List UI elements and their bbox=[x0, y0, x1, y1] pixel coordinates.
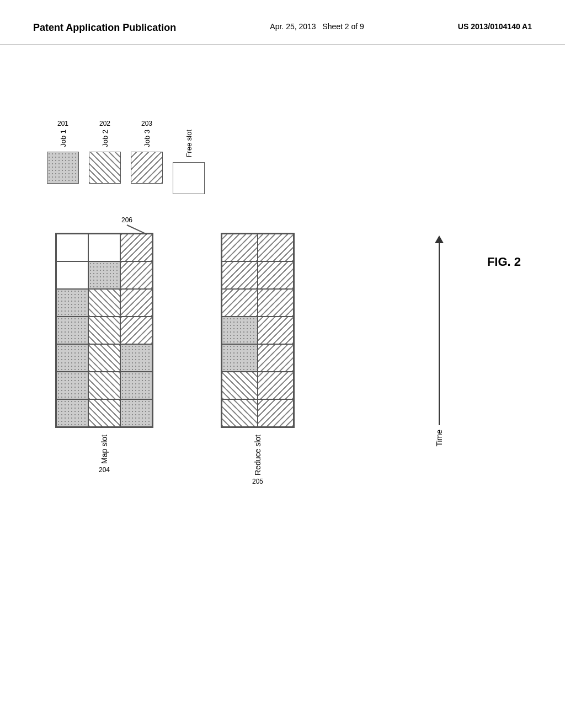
map-cell bbox=[56, 344, 88, 372]
reduce-ref-205: 205 bbox=[252, 478, 263, 485]
publication-date-sheet: Apr. 25, 2013 Sheet 2 of 9 bbox=[270, 22, 364, 31]
map-slot-grid bbox=[55, 233, 153, 428]
map-grid-container: 206 bbox=[55, 233, 153, 474]
time-arrow-shaft bbox=[439, 243, 440, 425]
reduce-cell bbox=[222, 399, 258, 427]
reduce-row-7 bbox=[222, 399, 294, 427]
reduce-cell bbox=[222, 372, 258, 399]
legend-ref-203: 203 bbox=[141, 120, 152, 127]
legend-box-job2 bbox=[89, 152, 121, 184]
legend-ref-201: 201 bbox=[57, 120, 68, 127]
reduce-row-5 bbox=[222, 344, 294, 372]
time-arrow-head bbox=[435, 235, 444, 243]
legend-ref-free bbox=[188, 120, 189, 127]
reduce-cell bbox=[258, 317, 294, 344]
reduce-cell bbox=[222, 261, 258, 289]
map-row-4 bbox=[56, 317, 152, 344]
map-cell bbox=[120, 372, 152, 399]
ref-206: 206 bbox=[121, 216, 132, 224]
publication-date: Apr. 25, 2013 bbox=[270, 22, 316, 31]
legend-label-freeslot: Free slot bbox=[185, 130, 193, 158]
map-cell bbox=[88, 372, 120, 399]
map-cell bbox=[56, 261, 88, 289]
legend-item-job3: 203 Job 3 bbox=[131, 120, 163, 184]
reduce-cell bbox=[222, 317, 258, 344]
map-cell bbox=[56, 372, 88, 399]
time-label: Time bbox=[435, 430, 444, 447]
reduce-cell bbox=[258, 344, 294, 372]
map-cell bbox=[88, 289, 120, 317]
legend-label-job2: Job 2 bbox=[101, 130, 109, 147]
map-cell bbox=[56, 289, 88, 317]
reduce-cell bbox=[222, 234, 258, 261]
map-row-2 bbox=[56, 261, 152, 289]
page-header: Patent Application Publication Apr. 25, … bbox=[0, 0, 565, 45]
reduce-cell bbox=[258, 234, 294, 261]
publication-number: US 2013/0104140 A1 bbox=[458, 22, 532, 31]
map-cell bbox=[56, 317, 88, 344]
reduce-row-2 bbox=[222, 261, 294, 289]
map-row-3 bbox=[56, 289, 152, 317]
legend-box-freeslot bbox=[173, 162, 205, 194]
map-cell bbox=[120, 234, 152, 261]
map-row-5 bbox=[56, 344, 152, 372]
legend-ref-202: 202 bbox=[99, 120, 110, 127]
reduce-cell bbox=[258, 399, 294, 427]
map-cell bbox=[56, 399, 88, 427]
reduce-cell bbox=[222, 289, 258, 317]
map-cell bbox=[88, 344, 120, 372]
main-content: FIG. 2 201 Job 1 202 Job 2 203 Job 3 bbox=[0, 45, 565, 713]
reduce-slot-grid bbox=[221, 233, 295, 428]
map-cell bbox=[120, 289, 152, 317]
map-cell bbox=[120, 344, 152, 372]
reduce-row-6 bbox=[222, 372, 294, 399]
publication-sheet: Sheet 2 of 9 bbox=[322, 22, 364, 31]
legend: 201 Job 1 202 Job 2 203 Job 3 Fr bbox=[47, 120, 205, 194]
map-cell bbox=[120, 399, 152, 427]
legend-item-freeslot: Free slot bbox=[173, 120, 205, 194]
reduce-cell bbox=[258, 261, 294, 289]
reduce-row-4 bbox=[222, 317, 294, 344]
reduce-cell bbox=[258, 372, 294, 399]
map-slot-label: Map slot bbox=[100, 435, 109, 464]
map-cell bbox=[88, 399, 120, 427]
reduce-label-area: Reduce slot 205 bbox=[221, 435, 295, 485]
reduce-row-1 bbox=[222, 234, 294, 261]
map-ref-204: 204 bbox=[99, 466, 110, 474]
map-cell bbox=[88, 317, 120, 344]
legend-item-job1: 201 Job 1 bbox=[47, 120, 79, 184]
reduce-cell bbox=[222, 344, 258, 372]
map-row-6 bbox=[56, 372, 152, 399]
figure-label: FIG. 2 bbox=[487, 255, 521, 269]
map-cell bbox=[120, 317, 152, 344]
legend-item-job2: 202 Job 2 bbox=[89, 120, 121, 184]
reduce-slot-label: Reduce slot bbox=[253, 435, 262, 475]
map-row-7 bbox=[56, 399, 152, 427]
reduce-cell bbox=[258, 289, 294, 317]
reduce-row-3 bbox=[222, 289, 294, 317]
map-cell bbox=[88, 261, 120, 289]
map-cell bbox=[120, 261, 152, 289]
time-arrow-container: Time bbox=[435, 235, 444, 447]
publication-title: Patent Application Publication bbox=[33, 22, 176, 34]
map-cell bbox=[56, 234, 88, 261]
map-cell bbox=[88, 234, 120, 261]
legend-label-job1: Job 1 bbox=[59, 130, 67, 147]
map-label-area: Map slot 204 bbox=[55, 435, 153, 474]
reduce-grid-container: Reduce slot 205 bbox=[221, 233, 295, 485]
map-row-1 bbox=[56, 234, 152, 261]
legend-label-job3: Job 3 bbox=[143, 130, 151, 147]
legend-box-job3 bbox=[131, 152, 163, 184]
legend-box-job1 bbox=[47, 152, 79, 184]
